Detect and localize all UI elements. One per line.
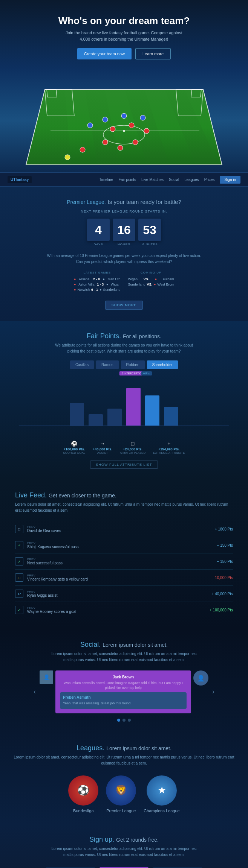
nav-live-matches[interactable]: Live Matches bbox=[141, 178, 164, 182]
league-premier: 🦁 Premier League bbox=[106, 775, 136, 813]
label-minutes: MINUTES bbox=[138, 243, 161, 246]
carousel-prev[interactable]: ‹ bbox=[30, 684, 40, 699]
tab-ramos[interactable]: Ramos bbox=[96, 360, 119, 369]
countdown: 4 16 53 bbox=[8, 219, 240, 241]
feed-item: □ PREV David de Gea saves + 1800 Pts bbox=[15, 521, 233, 537]
coming-title: COMING UP bbox=[128, 271, 174, 274]
feed-info: PREV Vincent Kompany gets a yellow card bbox=[27, 574, 209, 581]
fair-title: Fair Points. For all positions. bbox=[8, 332, 240, 340]
navbar: UTfantasy Timeline Fair points Live Matc… bbox=[0, 172, 248, 187]
navbar-logo: UTfantasy bbox=[8, 176, 32, 183]
create-team-button[interactable]: Create your team now bbox=[77, 48, 132, 59]
feed-pts-goal: + 100,000 Pts bbox=[210, 608, 233, 612]
nav-timeline[interactable]: Timeline bbox=[99, 178, 113, 182]
feed-icon-pass: ✓ bbox=[15, 541, 23, 549]
hero-section: Who's on your dream team? Join the brand… bbox=[0, 0, 248, 172]
dot-3 bbox=[128, 719, 131, 722]
carousel-dots bbox=[8, 719, 240, 722]
stat-label-assist: ASSIST bbox=[93, 451, 112, 455]
stat-extreme: + +154,993 Pts. EXTREME ATTRIBUTE bbox=[153, 441, 185, 455]
social-carousel: ‹ 👤 Jack Brown Woo, etiam convallis soce… bbox=[30, 670, 218, 713]
coming-games-col: COMING UP WiganVS.●Fulham SunderlandVS.●… bbox=[128, 271, 174, 293]
social-card-area: 👤 Jack Brown Woo, etiam convallis soced.… bbox=[40, 670, 208, 713]
player-tabs: Casillas Ramos Robben Shareholder bbox=[8, 360, 240, 369]
full-list-button[interactable]: SHOW FULL ATTRIBUTE LIST bbox=[90, 461, 158, 469]
signup-section: Sign up. Get 2 rounds free. Lorem ipsum … bbox=[0, 824, 248, 868]
fair-desc: We attribute points for all actions duri… bbox=[8, 342, 240, 354]
nav-social[interactable]: Social bbox=[169, 178, 179, 182]
feed-item: ✓ PREV Shinji Kagawa successful pass + 1… bbox=[15, 537, 233, 553]
hero-title: Who's on your dream team? bbox=[8, 15, 240, 27]
round-label: NEXT PREMIER LEAGUE ROUND STARTS IN: bbox=[8, 210, 240, 213]
league-champions: ★ Champions League bbox=[144, 775, 179, 813]
social-reply: Preben Asmuth Yeah, that was amazing. Gr… bbox=[60, 692, 187, 709]
latest-games-col: LATEST GAMES ●Arsenal2 - 0●Man Utd ●Asto… bbox=[74, 271, 120, 293]
social-card: Jack Brown Woo, etiam convallis soced. D… bbox=[55, 670, 191, 713]
assist-icon: → bbox=[93, 441, 112, 447]
card-text1: Woo, etiam convallis soced. Don't imagin… bbox=[60, 681, 187, 690]
feed-info: PREV David de Gea saves bbox=[27, 525, 211, 533]
feed-pts: + 40,000 Pts bbox=[212, 592, 233, 596]
countdown-labels: DAYS HOURS MINUTES bbox=[8, 243, 240, 246]
nav-leagues[interactable]: Leagues bbox=[184, 178, 199, 182]
svg-point-17 bbox=[110, 126, 115, 132]
svg-point-13 bbox=[80, 147, 85, 152]
feed-info: PREV Ryan Giggs assist bbox=[27, 590, 208, 597]
tab-shareholder[interactable]: Shareholder bbox=[147, 360, 178, 369]
svg-point-14 bbox=[103, 140, 108, 145]
feed-icon-assist: ↩ bbox=[15, 590, 23, 598]
latest-title: LATEST GAMES bbox=[74, 271, 120, 274]
learn-more-button[interactable]: Learn more bbox=[135, 48, 171, 59]
nav-fair-points[interactable]: Fair points bbox=[118, 178, 136, 182]
premier-title: Premier League. Is your team ready for b… bbox=[8, 198, 240, 206]
stat-goal: ⚽ +100,000 Pts. SCORED GOAL bbox=[63, 441, 86, 455]
extreme-icon: + bbox=[153, 441, 185, 447]
live-section: Live Feed. Get even closer to the game. … bbox=[0, 480, 248, 629]
feed-item: ✓ PREV Next successful pass + 150 Pts bbox=[15, 553, 233, 570]
svg-point-15 bbox=[118, 145, 123, 150]
leagues-grid: ⚽ Bundesliga 🦁 Premier League ★ Champion… bbox=[8, 775, 240, 813]
signup-desc: Lorem ipsum dolor sit amet, consectetur … bbox=[8, 846, 240, 858]
hero-buttons: Create your team now Learn more bbox=[8, 48, 240, 59]
bundesliga-icon: ⚽ bbox=[77, 784, 89, 796]
live-desc: Lorem ipsum dolor sit amet, consectetur … bbox=[15, 502, 233, 514]
stat-label-extreme: EXTREME ATTRIBUTE bbox=[153, 451, 185, 455]
tab-casillas[interactable]: Casillas bbox=[70, 360, 94, 369]
champions-badge: ★ bbox=[147, 775, 177, 806]
svg-point-20 bbox=[87, 123, 93, 128]
nav-prices[interactable]: Prices bbox=[204, 178, 215, 182]
match-icon: □ bbox=[120, 441, 145, 447]
reply-username: Preben Asmuth bbox=[63, 695, 184, 699]
feed-icon-saves: □ bbox=[15, 525, 23, 533]
league-bundesliga: ⚽ Bundesliga bbox=[68, 775, 98, 813]
stat-pts-extreme: +154,993 Pts. bbox=[153, 447, 185, 451]
social-desc: Lorem ipsum dolor sit amet, consectetur … bbox=[8, 651, 240, 663]
feed-pts: + 150 Pts bbox=[217, 543, 233, 547]
bundesliga-name: Bundesliga bbox=[68, 809, 98, 813]
label-days: DAYS bbox=[87, 243, 110, 246]
stats-row: ⚽ +100,000 Pts. SCORED GOAL → +40,000 Pt… bbox=[8, 441, 240, 455]
champions-name: Champions League bbox=[144, 809, 179, 813]
svg-point-18 bbox=[129, 123, 134, 128]
bar-chart: 6 INTERCEPTIONS +6Pts. bbox=[19, 377, 229, 433]
game-row: SunderlandVS.●West Brom bbox=[128, 283, 174, 286]
tab-robben[interactable]: Robben bbox=[121, 360, 145, 369]
countdown-hours: 16 bbox=[113, 219, 135, 241]
feed-icon-goal: ✓ bbox=[15, 606, 23, 614]
premier-icon: 🦁 bbox=[115, 784, 127, 796]
show-more-button[interactable]: SHOW MORE bbox=[105, 301, 143, 310]
dot-2 bbox=[122, 719, 126, 722]
stat-match: □ +24,000 Pts. A MATCH PLAYED bbox=[120, 441, 145, 455]
svg-marker-1 bbox=[26, 90, 71, 165]
card-content: Jack Brown Woo, etiam convallis soced. D… bbox=[60, 675, 187, 709]
carousel-next[interactable]: › bbox=[208, 684, 218, 699]
signin-button[interactable]: Sign in bbox=[220, 176, 240, 184]
bar-pts: +6Pts. bbox=[141, 371, 152, 375]
champions-icon: ★ bbox=[158, 784, 166, 796]
signup-title: Sign up. Get 2 rounds free. bbox=[8, 836, 240, 844]
svg-point-7 bbox=[123, 130, 125, 132]
social-title: Social. Lorem ipsum dolor sit amet. bbox=[8, 641, 240, 649]
football-field bbox=[15, 67, 233, 172]
feed-pts-negative: - 10,000 Pts bbox=[213, 576, 233, 580]
feed-info: PREV Next successful pass bbox=[27, 558, 213, 565]
